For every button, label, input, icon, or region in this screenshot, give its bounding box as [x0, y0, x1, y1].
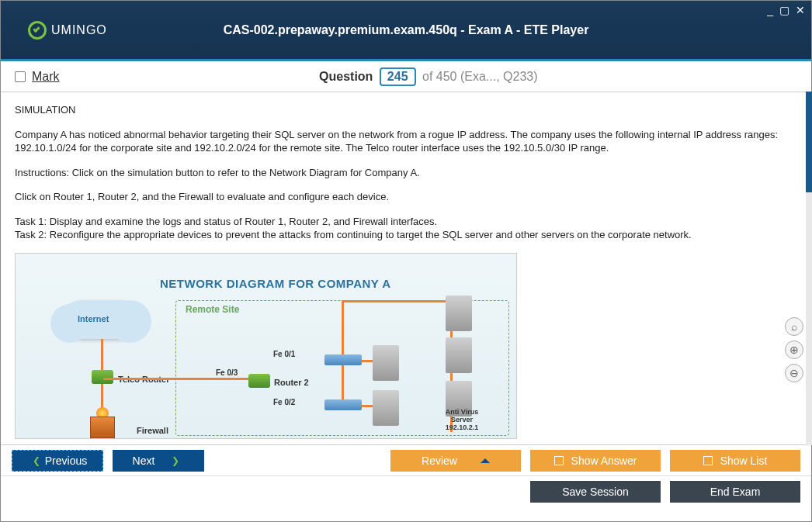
server-icon	[373, 345, 399, 381]
question-bar: Mark Question 245 of 450 (Exa..., Q233)	[1, 61, 811, 92]
next-button[interactable]: Next ❯	[113, 450, 204, 472]
chevron-up-icon	[481, 458, 490, 463]
question-indicator: Question 245 of 450 (Exa..., Q233)	[60, 67, 797, 86]
interface-fe03: Fe 0/3	[216, 368, 238, 377]
telco-router-icon[interactable]	[92, 370, 113, 384]
save-session-button[interactable]: Save Session	[530, 481, 661, 503]
bottom-row: Save Session End Exam	[1, 475, 811, 506]
maximize-icon[interactable]: ▢	[779, 4, 789, 16]
link-line	[342, 300, 450, 302]
internet-label: Internet	[78, 314, 109, 323]
link-line	[103, 378, 251, 380]
show-answer-button[interactable]: Show Answer	[530, 450, 661, 472]
chevron-right-icon: ❯	[172, 455, 179, 466]
server-icon	[446, 296, 472, 331]
question-total: of 450 (Exa..., Q233)	[422, 70, 538, 83]
network-diagram[interactable]: NETWORK DIAGRAM FOR COMPANY A Remote Sit…	[15, 253, 517, 439]
instructions-text: Instructions: Click on the simulation bu…	[15, 166, 797, 180]
interface-fe02: Fe 0/2	[273, 398, 295, 406]
remote-site-label: Remote Site	[186, 304, 239, 315]
switch-icon	[324, 399, 362, 410]
zoom-controls: ⌕ ⊕ ⊖	[785, 317, 803, 382]
previous-button[interactable]: ❮ Previous	[12, 450, 103, 472]
server-icon	[373, 390, 399, 426]
next-label: Next	[133, 455, 155, 467]
show-answer-label: Show Answer	[571, 455, 637, 467]
end-exam-button[interactable]: End Exam	[670, 481, 800, 503]
link-line	[342, 300, 344, 361]
antivirus-server-label: Anti Virus Server 192.10.2.1	[439, 409, 485, 432]
config-text: Click on Router 1, Router 2, and the Fir…	[15, 190, 797, 204]
list-icon	[554, 456, 564, 465]
window-controls: _ ▢ ✕	[767, 4, 805, 16]
firewall-label: Firewall	[137, 426, 168, 435]
show-list-label: Show List	[720, 455, 768, 467]
server-icon	[446, 337, 472, 373]
list-icon	[703, 456, 713, 465]
nav-row: ❮ Previous Next ❯ Review Show Answer Sho…	[1, 444, 811, 475]
mark-label[interactable]: Mark	[32, 70, 60, 84]
save-session-label: Save Session	[562, 486, 629, 498]
question-number[interactable]: 245	[380, 67, 416, 86]
close-icon[interactable]: ✕	[796, 4, 805, 16]
scenario-text: Company A has noticed abnormal behavior …	[15, 128, 797, 155]
titlebar: UMINGO CAS-002.prepaway.premium.exam.450…	[1, 1, 811, 61]
review-button[interactable]: Review	[390, 450, 521, 472]
question-word: Question	[319, 70, 373, 83]
zoom-reset-icon[interactable]: ⌕	[785, 317, 803, 336]
firewall-icon[interactable]	[90, 417, 115, 438]
content-area: SIMULATION Company A has noticed abnorma…	[1, 92, 811, 444]
router2-label: Router 2	[274, 378, 309, 387]
window-title: CAS-002.prepaway.premium.exam.450q - Exa…	[1, 23, 811, 37]
end-exam-label: End Exam	[710, 486, 761, 498]
zoom-in-icon[interactable]: ⊕	[785, 341, 803, 359]
tasks-text: Task 1: Display and examine the logs and…	[15, 215, 797, 242]
show-list-button[interactable]: Show List	[670, 450, 800, 472]
simulation-heading: SIMULATION	[15, 103, 797, 117]
router2-icon[interactable]	[248, 374, 270, 388]
minimize-icon[interactable]: _	[767, 4, 773, 16]
chevron-left-icon: ❮	[33, 455, 40, 466]
diagram-title: NETWORK DIAGRAM FOR COMPANY A	[160, 277, 391, 290]
scrollbar-thumb[interactable]	[806, 92, 812, 192]
interface-fe01: Fe 0/1	[273, 350, 295, 358]
previous-label: Previous	[45, 455, 87, 467]
mark-checkbox[interactable]	[15, 71, 26, 82]
zoom-out-icon[interactable]: ⊖	[785, 364, 803, 382]
switch-icon	[324, 354, 362, 365]
review-label: Review	[422, 455, 457, 467]
